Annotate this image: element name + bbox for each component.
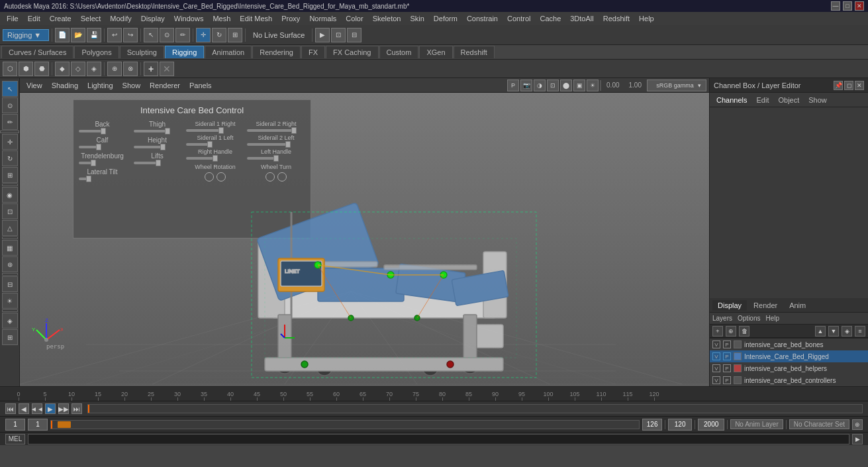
- layer-new2-icon[interactable]: ⊕: [726, 326, 736, 337]
- layer-move-up-icon[interactable]: ▲: [815, 326, 826, 337]
- ruler-tick-100[interactable]: 100: [535, 391, 561, 401]
- viewport-3d[interactable]: Intensive Care Bed Control Back: [20, 93, 709, 386]
- new-scene-icon[interactable]: 📄: [55, 28, 70, 42]
- select-icon[interactable]: ↖: [144, 28, 158, 42]
- rp-channels-tab[interactable]: Channels: [712, 95, 751, 105]
- ruler-tick-25[interactable]: 25: [138, 391, 164, 401]
- viewport-shading[interactable]: Shading: [48, 80, 82, 91]
- layer-delete-icon[interactable]: 🗑: [739, 326, 749, 337]
- cp-sr1r-slider[interactable]: [186, 129, 244, 132]
- ruler-tick-10[interactable]: 10: [58, 391, 85, 401]
- prev-key-icon[interactable]: ⏮: [5, 403, 16, 414]
- rp-object-tab[interactable]: Object: [774, 95, 803, 105]
- rp-display-tab[interactable]: Display: [712, 300, 747, 311]
- layer-new-icon[interactable]: +: [712, 326, 723, 337]
- layer-item-rigged[interactable]: V P Intensive_Care_Bed_Rigged: [710, 350, 868, 362]
- menu-normals[interactable]: Normals: [305, 13, 340, 24]
- layer-p-ctrl[interactable]: P: [723, 376, 731, 384]
- ruler-tick-105[interactable]: 105: [561, 391, 588, 401]
- soft-select-tool[interactable]: ◉: [2, 187, 18, 203]
- no-live-surface[interactable]: No Live Surface: [248, 29, 309, 41]
- ruler-tick-5[interactable]: 5: [32, 391, 58, 401]
- undo-icon[interactable]: ↩: [107, 28, 122, 42]
- tab-sculpting[interactable]: Sculpting: [120, 46, 164, 58]
- layer-p-rigged[interactable]: P: [723, 352, 731, 360]
- ruler-tick-55[interactable]: 55: [297, 391, 323, 401]
- paint-skin-tool[interactable]: ⊛: [2, 256, 18, 272]
- ruler-tick-0[interactable]: 0: [5, 391, 32, 401]
- menu-create[interactable]: Create: [46, 13, 75, 24]
- layer-v-helpers[interactable]: V: [712, 364, 720, 372]
- menu-modify[interactable]: Modify: [106, 13, 135, 24]
- menu-cache[interactable]: Cache: [536, 13, 565, 24]
- show-tool[interactable]: ◈: [2, 313, 18, 329]
- menu-edit[interactable]: Edit: [24, 13, 44, 24]
- tab-redshift[interactable]: Redshift: [454, 46, 495, 58]
- cp-sr2r-slider[interactable]: [247, 129, 305, 132]
- current-frame-input[interactable]: 1: [13, 421, 17, 428]
- ik-handle-icon[interactable]: ⬢: [19, 62, 33, 76]
- deformer-icon[interactable]: ◆: [55, 62, 70, 76]
- mode-dropdown[interactable]: Rigging ▼: [3, 29, 49, 41]
- tab-animation[interactable]: Animation: [205, 46, 252, 58]
- cp-thigh-slider[interactable]: [134, 130, 181, 132]
- close-button[interactable]: ✕: [855, 1, 864, 11]
- move-icon[interactable]: ✛: [196, 28, 211, 42]
- menu-proxy[interactable]: Proxy: [277, 13, 304, 24]
- persp-icon[interactable]: P: [507, 79, 519, 91]
- viewport-renderer[interactable]: Renderer: [146, 80, 184, 91]
- ipr-icon[interactable]: ⊟: [347, 28, 362, 42]
- light-vp-icon[interactable]: ☀: [587, 79, 599, 91]
- menu-control[interactable]: Control: [503, 13, 534, 24]
- menu-edit-mesh[interactable]: Edit Mesh: [236, 13, 276, 24]
- move-tool[interactable]: ✛: [2, 134, 18, 150]
- cp-lifts-slider[interactable]: [134, 162, 181, 164]
- joint-icon[interactable]: ⬡: [3, 62, 17, 76]
- menu-skeleton[interactable]: Skeleton: [369, 13, 405, 24]
- next-key-icon[interactable]: ⏭: [72, 403, 82, 414]
- ruler-tick-65[interactable]: 65: [350, 391, 376, 401]
- constraint-icon[interactable]: ⊕: [107, 62, 122, 76]
- camera-tool[interactable]: ⊟: [2, 276, 18, 292]
- timeline-content[interactable]: ⏮ ◀ ◄◄ ▶ ▶▶ ⏭: [0, 401, 868, 416]
- menu-skin[interactable]: Skin: [406, 13, 428, 24]
- rp-layers-opt[interactable]: Layers: [712, 315, 732, 322]
- menu-mesh[interactable]: Mesh: [209, 13, 234, 24]
- maximize-button[interactable]: □: [843, 1, 852, 11]
- end-frame-input[interactable]: 126: [647, 421, 658, 428]
- layer-attr-icon[interactable]: ≡: [855, 326, 865, 337]
- menu-windows[interactable]: Windows: [170, 13, 208, 24]
- layer-v-bones[interactable]: V: [712, 340, 720, 348]
- brush-tool[interactable]: ✏: [2, 114, 18, 130]
- paint-icon[interactable]: ✏: [175, 28, 190, 42]
- ik-spline-icon[interactable]: ⬣: [34, 62, 49, 76]
- rp-help-opt[interactable]: Help: [765, 315, 779, 322]
- layer-v-ctrl[interactable]: V: [712, 376, 720, 384]
- ruler-tick-75[interactable]: 75: [403, 391, 429, 401]
- scale-tool[interactable]: ⊞: [2, 167, 18, 183]
- viewport-lighting[interactable]: Lighting: [83, 80, 117, 91]
- cp-sr1l-slider[interactable]: [186, 143, 244, 146]
- cp-wr-btn1[interactable]: [205, 172, 214, 182]
- rp-pin-icon[interactable]: 📌: [834, 81, 843, 90]
- layer-item-bones[interactable]: V P intensive_care_bed_bones: [710, 338, 868, 350]
- tab-xgen[interactable]: XGen: [419, 46, 452, 58]
- fps-input[interactable]: 2000: [704, 421, 718, 428]
- cp-calf-slider[interactable]: [79, 146, 126, 148]
- tab-polygons[interactable]: Polygons: [74, 46, 119, 58]
- tab-fx[interactable]: FX: [301, 46, 325, 58]
- layer-item-helpers[interactable]: V P intensive_care_bed_helpers: [710, 362, 868, 374]
- render-icon[interactable]: ▶: [315, 28, 330, 42]
- lasso-icon[interactable]: ⊙: [160, 28, 174, 42]
- script-input[interactable]: [28, 434, 849, 444]
- rotate-icon[interactable]: ↻: [212, 28, 226, 42]
- play-icon[interactable]: ▶: [45, 403, 56, 414]
- ruler-tick-30[interactable]: 30: [164, 391, 191, 401]
- ruler-tick-70[interactable]: 70: [376, 391, 403, 401]
- render-all-icon[interactable]: ⊡: [331, 28, 346, 42]
- lasso-tool[interactable]: ⊙: [2, 97, 18, 113]
- ruler-tick-20[interactable]: 20: [111, 391, 138, 401]
- menu-deform[interactable]: Deform: [430, 13, 461, 24]
- cp-back-slider[interactable]: [79, 130, 126, 132]
- rp-render-tab[interactable]: Render: [748, 300, 783, 311]
